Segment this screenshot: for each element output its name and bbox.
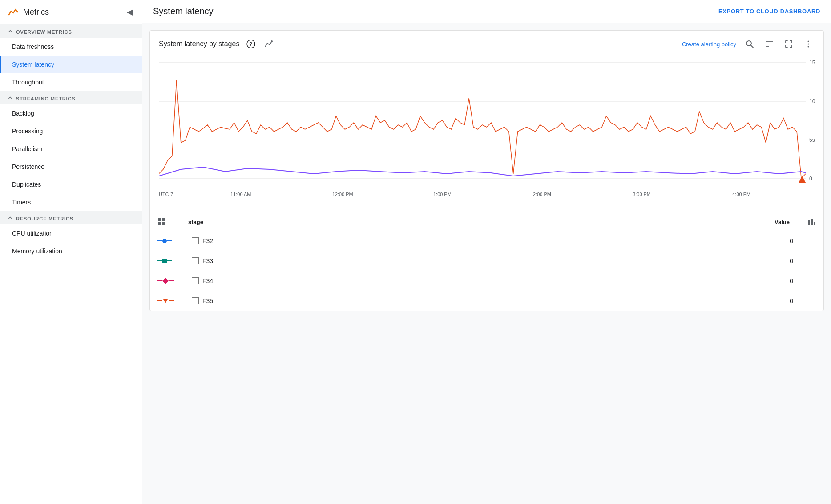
svg-text:UTC-7: UTC-7	[159, 192, 173, 197]
bar-chart-icon[interactable]	[807, 220, 816, 227]
sidebar-item-timers[interactable]: Timers	[0, 193, 142, 211]
legend-table: stage Value	[150, 213, 823, 311]
svg-rect-32	[811, 219, 813, 225]
col-chart-icon	[800, 213, 823, 231]
fullscreen-icon[interactable]	[783, 38, 795, 50]
checkbox-f33[interactable]	[192, 257, 199, 264]
svg-rect-31	[808, 220, 810, 225]
more-options-icon[interactable]	[802, 38, 815, 50]
svg-text:1:00 PM: 1:00 PM	[433, 192, 452, 197]
row-indicator-f32	[150, 231, 181, 251]
svg-text:10s: 10s	[809, 98, 815, 104]
row-indicator-f34	[150, 271, 181, 291]
col-value-header: Value	[518, 213, 800, 231]
svg-text:12:00 PM: 12:00 PM	[332, 192, 353, 197]
section-overview-label: OVERVIEW METRICS	[16, 29, 72, 35]
row-checkbox-f32: F32	[181, 231, 518, 251]
col-icon	[150, 213, 181, 231]
search-icon[interactable]	[743, 38, 756, 50]
table-row: F35 0	[150, 291, 823, 311]
chart-header: System latency by stages ? Create alerti…	[150, 31, 823, 54]
sidebar-item-system-latency[interactable]: System latency	[0, 56, 142, 73]
svg-text:11:00 AM: 11:00 AM	[230, 192, 251, 197]
chart-card: System latency by stages ? Create alerti…	[149, 30, 824, 311]
sidebar-item-persistence[interactable]: Persistence	[0, 158, 142, 176]
app-name: Metrics	[23, 8, 49, 17]
section-overview[interactable]: OVERVIEW METRICS	[0, 24, 142, 38]
row-checkbox-f34: F34	[181, 271, 518, 291]
section-resource[interactable]: RESOURCE METRICS	[0, 211, 142, 224]
svg-rect-30	[162, 222, 165, 225]
row-value-f32: 0	[518, 231, 800, 251]
sidebar-header: Metrics ◀	[0, 0, 142, 24]
svg-text:4:00 PM: 4:00 PM	[732, 192, 750, 197]
create-alert-link[interactable]: Create alerting policy	[682, 41, 736, 48]
table-row: F33 0	[150, 251, 823, 271]
app-logo: Metrics	[7, 6, 49, 18]
svg-rect-33	[814, 222, 815, 225]
svg-text:?: ?	[250, 41, 253, 48]
top-bar: System latency EXPORT TO CLOUD DASHBOARD	[142, 0, 831, 23]
svg-rect-29	[158, 222, 161, 225]
svg-rect-28	[162, 218, 165, 221]
section-resource-label: RESOURCE METRICS	[16, 216, 73, 221]
sidebar-item-cpu[interactable]: CPU utilization	[0, 224, 142, 242]
row-value-f35: 0	[518, 291, 800, 311]
chart-header-icons: Create alerting policy	[682, 38, 815, 50]
svg-point-3	[746, 41, 751, 46]
row-indicator-f35	[150, 291, 181, 311]
svg-point-9	[808, 44, 809, 45]
collapse-button[interactable]: ◀	[125, 5, 135, 19]
row-indicator-f33	[150, 251, 181, 271]
chart-container: System latency by stages ? Create alerti…	[142, 23, 831, 504]
svg-rect-27	[158, 218, 161, 221]
checkbox-f32[interactable]	[192, 237, 199, 244]
sidebar-item-data-freshness[interactable]: Data freshness	[0, 38, 142, 56]
chart-area: 15s 10s 5s 0 UTC-7 11:00 AM 12:00 PM 1:0…	[150, 54, 823, 210]
chart-title: System latency by stages	[159, 40, 239, 48]
svg-text:0: 0	[809, 176, 812, 182]
sidebar-item-throughput[interactable]: Throughput	[0, 73, 142, 91]
row-checkbox-f33: F33	[181, 251, 518, 271]
sidebar-item-backlog[interactable]: Backlog	[0, 104, 142, 122]
export-button[interactable]: EXPORT TO CLOUD DASHBOARD	[718, 8, 820, 15]
sidebar-item-parallelism[interactable]: Parallelism	[0, 140, 142, 158]
sidebar-item-processing[interactable]: Processing	[0, 122, 142, 140]
checkbox-f34[interactable]	[192, 277, 199, 284]
row-checkbox-f35: F35	[181, 291, 518, 311]
col-stage-header: stage	[181, 213, 518, 231]
section-streaming-label: STREAMING METRICS	[16, 96, 76, 101]
checkbox-f35[interactable]	[192, 297, 199, 304]
table-row: F32 0	[150, 231, 823, 251]
row-value-f33: 0	[518, 251, 800, 271]
help-icon[interactable]: ?	[245, 38, 257, 50]
svg-point-8	[808, 41, 809, 42]
chart-svg: 15s 10s 5s 0 UTC-7 11:00 AM 12:00 PM 1:0…	[159, 54, 815, 205]
svg-marker-19	[799, 176, 806, 183]
svg-line-4	[751, 45, 753, 48]
metrics-icon	[7, 6, 20, 18]
svg-point-10	[808, 46, 809, 48]
legend-icon[interactable]	[763, 38, 775, 50]
sidebar-item-memory[interactable]: Memory utilization	[0, 242, 142, 260]
section-streaming[interactable]: STREAMING METRICS	[0, 91, 142, 104]
table-row: F34 0	[150, 271, 823, 291]
svg-text:3:00 PM: 3:00 PM	[633, 192, 651, 197]
chart-type-icon[interactable]	[262, 38, 275, 50]
svg-point-2	[271, 40, 273, 42]
sidebar-item-duplicates[interactable]: Duplicates	[0, 176, 142, 193]
sidebar: Metrics ◀ OVERVIEW METRICS Data freshnes…	[0, 0, 142, 504]
main-content: System latency EXPORT TO CLOUD DASHBOARD…	[142, 0, 831, 504]
page-title: System latency	[153, 6, 214, 16]
svg-text:5s: 5s	[809, 137, 815, 143]
svg-text:15s: 15s	[809, 60, 815, 66]
table-grid-icon[interactable]	[157, 220, 166, 227]
svg-text:2:00 PM: 2:00 PM	[533, 192, 551, 197]
row-value-f34: 0	[518, 271, 800, 291]
